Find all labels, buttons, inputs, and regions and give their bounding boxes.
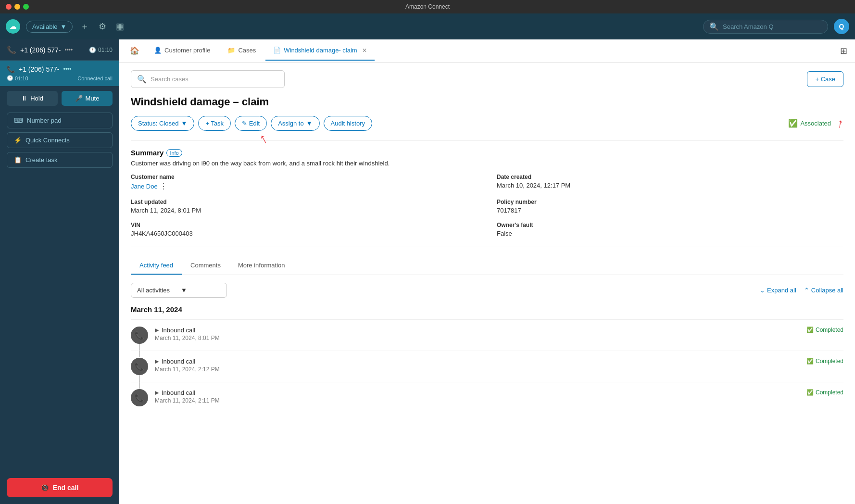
availability-label: Available — [32, 23, 58, 30]
status-button[interactable]: Status: Closed ▼ — [131, 116, 194, 131]
activity-title[interactable]: ▶ Inbound call — [155, 358, 800, 365]
expand-all-button[interactable]: ⌄ Expand all — [760, 287, 796, 294]
sidebar: 📞 +1 (206) 577- •••• 🕐 01:10 📞 +1 (206) … — [0, 39, 119, 504]
end-call-button[interactable]: 📵 End call — [7, 478, 113, 497]
call-icon: 📞 — [135, 331, 144, 340]
collapse-icon: ⌃ — [804, 287, 809, 294]
tab-bar: 🏠 👤 Customer profile 📁 Cases 📄 Windshiel… — [119, 39, 855, 63]
content-body: 🔍 + Case Windshield damage – claim Statu… — [119, 63, 855, 504]
last-updated-label: Last updated — [131, 199, 478, 205]
search-icon: 🔍 — [709, 22, 719, 31]
amazon-q-search[interactable]: 🔍 — [703, 20, 828, 34]
tab-home[interactable]: 🏠 — [125, 42, 144, 59]
customer-name-label: Customer name — [131, 174, 478, 180]
task-button[interactable]: + Task — [198, 116, 231, 131]
summary-section: Summary Info Customer was driving on i90… — [131, 149, 843, 247]
case-search-container[interactable]: 🔍 — [131, 70, 285, 88]
number-pad-button[interactable]: ⌨ Number pad — [7, 113, 113, 128]
title-bar: Amazon Connect — [0, 0, 855, 13]
activity-actions: ⌄ Expand all ⌃ Collapse all — [760, 287, 843, 294]
more-options-icon[interactable]: ⋮ — [160, 182, 167, 191]
date-created-field: Date created March 10, 2024, 12:17 PM — [497, 174, 843, 191]
completed-icon: ✅ — [806, 389, 814, 396]
audit-button[interactable]: Audit history — [324, 116, 373, 131]
create-task-button[interactable]: 📋 Create task — [7, 152, 113, 168]
add-button[interactable]: ＋ — [78, 19, 91, 34]
assign-button[interactable]: Assign to ▼ — [271, 116, 319, 131]
timer-icon: 🕐 — [89, 47, 96, 53]
quick-connects-button[interactable]: ⚡ Quick Connects — [7, 132, 113, 148]
tab-cases[interactable]: 📁 Cases — [220, 41, 264, 61]
activity-item: 📞 ▶ Inbound call March 11, 2024, 2:11 PM… — [131, 382, 843, 413]
minimize-button[interactable] — [14, 4, 20, 10]
activity-title[interactable]: ▶ Inbound call — [155, 327, 800, 334]
masked-number: •••• — [64, 47, 73, 53]
call-timer-top: 🕐 01:10 — [89, 47, 113, 53]
info-tag: Info — [166, 149, 182, 157]
filter-label: All activities — [137, 287, 177, 294]
activity-content: ▶ Inbound call March 11, 2024, 2:12 PM — [155, 358, 800, 373]
availability-button[interactable]: Available ▼ — [26, 21, 73, 33]
customer-name-value[interactable]: Jane Doe ⋮ — [131, 182, 478, 191]
maximize-button[interactable] — [23, 4, 29, 10]
customer-name-field: Customer name Jane Doe ⋮ — [131, 174, 478, 191]
collapse-all-button[interactable]: ⌃ Collapse all — [804, 287, 843, 294]
expand-icon: ▶ — [155, 358, 159, 365]
case-search-input[interactable] — [151, 76, 278, 83]
owners-fault-field: Owner's fault False — [497, 222, 843, 237]
associated-badge: ✅ Associated ↑ — [788, 116, 843, 131]
mute-button[interactable]: 🎤 Mute — [62, 91, 113, 106]
windshield-icon: 📄 — [273, 47, 281, 54]
tab-customer-profile[interactable]: 👤 Customer profile — [146, 41, 218, 61]
completed-icon: ✅ — [806, 327, 814, 333]
tab-close-icon[interactable]: ✕ — [362, 47, 367, 54]
active-call-number: 📞 +1 (206) 577- •••• — [7, 65, 71, 73]
call-icon: 📞 — [135, 362, 144, 371]
tab-windshield[interactable]: 📄 Windshield damage- claim ✕ — [265, 41, 374, 61]
date-created-value: March 10, 2024, 12:17 PM — [497, 182, 843, 189]
search-row: 🔍 + Case — [131, 70, 843, 88]
search-icon: 🔍 — [137, 75, 147, 84]
tab-grid-button[interactable]: ⊞ — [838, 44, 849, 58]
window-title: Amazon Connect — [405, 3, 450, 10]
date-created-label: Date created — [497, 174, 843, 180]
q-button[interactable]: Q — [834, 19, 849, 34]
tab-comments[interactable]: Comments — [182, 257, 229, 275]
owners-fault-label: Owner's fault — [497, 222, 843, 228]
create-task-icon: 📋 — [14, 156, 22, 164]
activity-title[interactable]: ▶ Inbound call — [155, 389, 800, 396]
activity-tabs: Activity feed Comments More information — [131, 257, 843, 275]
annotation-arrow-2: ↑ — [836, 115, 844, 131]
close-button[interactable] — [6, 4, 12, 10]
last-updated-field: Last updated March 11, 2024, 8:01 PM — [131, 199, 478, 214]
active-phone-icon: 📞 — [7, 65, 15, 73]
policy-number-field: Policy number 7017817 — [497, 199, 843, 214]
summary-header: Summary Info — [131, 149, 843, 157]
activity-content: ▶ Inbound call March 11, 2024, 8:01 PM — [155, 327, 800, 341]
add-case-button[interactable]: + Case — [807, 71, 843, 87]
hold-button[interactable]: ⏸ Hold — [7, 91, 58, 106]
number-pad-icon: ⌨ — [14, 117, 23, 124]
status-chevron-icon: ▼ — [181, 120, 188, 127]
date-group-header: March 11, 2024 — [131, 305, 843, 314]
top-nav: ☁ Available ▼ ＋ ⚙ ▦ 🔍 Q — [0, 13, 855, 39]
main-layout: 📞 +1 (206) 577- •••• 🕐 01:10 📞 +1 (206) … — [0, 39, 855, 504]
tab-activity-feed[interactable]: Activity feed — [131, 257, 182, 275]
hold-icon: ⏸ — [21, 95, 27, 102]
activity-list: 📞 ▶ Inbound call March 11, 2024, 8:01 PM… — [131, 319, 843, 413]
logo-icon: ☁ — [6, 19, 20, 34]
call-icon: 📞 — [135, 393, 144, 403]
phone-icon: 📞 — [7, 45, 16, 54]
quick-connects-icon: ⚡ — [14, 137, 22, 144]
tab-more-information[interactable]: More information — [229, 257, 294, 275]
activity-date: March 11, 2024, 2:11 PM — [155, 397, 800, 404]
activity-filter[interactable]: All activities ▼ — [131, 283, 227, 298]
call-phone-info: 📞 +1 (206) 577- •••• — [7, 45, 73, 54]
amazon-q-input[interactable] — [723, 23, 822, 30]
owners-fault-value: False — [497, 230, 843, 237]
content-area: 🏠 👤 Customer profile 📁 Cases 📄 Windshiel… — [119, 39, 855, 504]
edit-button[interactable]: ✎ Edit — [235, 116, 267, 131]
annotation-arrow-1: ↑ — [256, 130, 271, 148]
grid-nav-icon[interactable]: ▦ — [114, 19, 126, 34]
settings-icon[interactable]: ⚙ — [97, 19, 108, 34]
